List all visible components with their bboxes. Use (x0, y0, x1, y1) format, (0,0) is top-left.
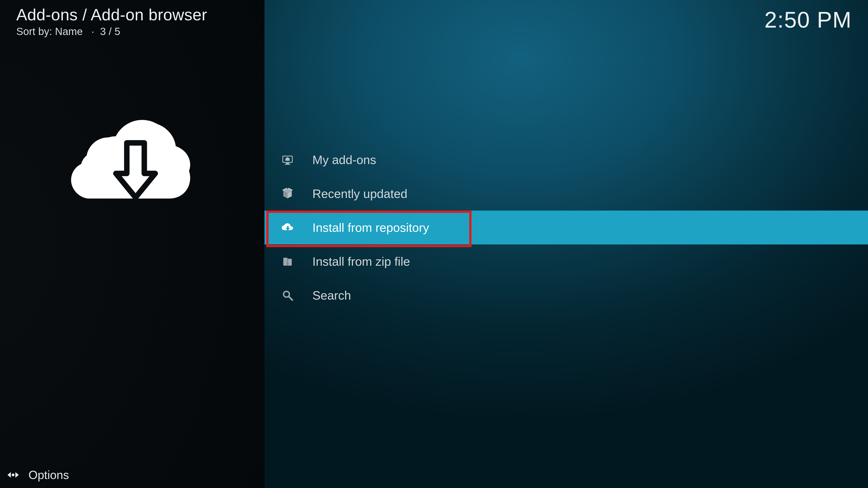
monitor-box-icon (280, 153, 295, 167)
svg-point-27 (12, 474, 15, 477)
options-button[interactable]: Options (6, 468, 69, 482)
zip-file-icon (280, 254, 295, 269)
cloud-download-icon (68, 99, 199, 217)
menu-item-label: Install from repository (312, 221, 429, 234)
svg-rect-11 (285, 164, 290, 165)
svg-rect-21 (287, 259, 288, 265)
header: Add-ons / Add-on browser Sort by: Name ·… (16, 5, 852, 37)
svg-rect-10 (286, 163, 289, 164)
sliders-icon (6, 468, 20, 482)
menu-item-label: My add-ons (312, 153, 376, 167)
sidebar-panel (0, 0, 265, 488)
clock: 2:50 PM (765, 7, 852, 33)
svg-rect-12 (285, 158, 290, 161)
menu-item-label: Search (312, 288, 351, 302)
svg-marker-13 (286, 157, 289, 158)
sort-line: Sort by: Name · 3 / 5 (16, 25, 207, 37)
menu-list: My add-ons Recently updated Install from… (265, 143, 868, 312)
svg-rect-22 (286, 263, 288, 265)
svg-line-24 (289, 297, 292, 300)
menu-item-label: Recently updated (312, 187, 407, 201)
svg-rect-20 (283, 258, 287, 259)
breadcrumb: Add-ons / Add-on browser (16, 5, 207, 24)
menu-item-install-from-zip[interactable]: Install from zip file (265, 245, 868, 278)
position-indicator: 3 / 5 (100, 26, 121, 37)
cloud-down-icon (280, 220, 295, 235)
menu-item-recently-updated[interactable]: Recently updated (265, 177, 868, 210)
open-box-icon (280, 186, 295, 201)
options-label: Options (29, 468, 69, 482)
menu-item-my-addons[interactable]: My add-ons (265, 143, 868, 177)
svg-marker-25 (7, 472, 11, 478)
sort-label: Sort by: Name (16, 26, 83, 37)
menu-item-search[interactable]: Search (265, 278, 868, 312)
menu-item-label: Install from zip file (312, 254, 410, 268)
separator: · (91, 26, 94, 37)
search-icon (280, 288, 295, 302)
menu-item-install-from-repository[interactable]: Install from repository (265, 210, 868, 245)
svg-marker-26 (16, 472, 19, 478)
